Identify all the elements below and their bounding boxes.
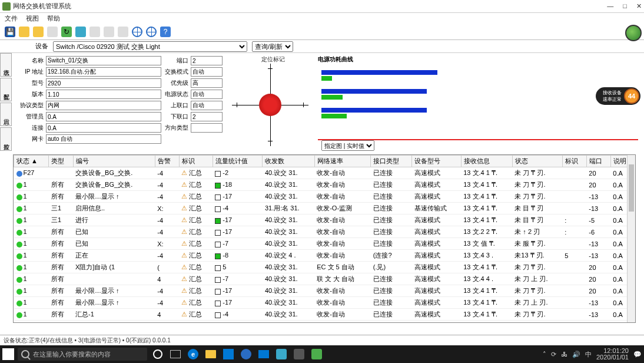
field-input[interactable] <box>191 123 223 133</box>
mail-icon[interactable] <box>257 347 271 361</box>
column-header[interactable]: 端口 <box>586 156 610 167</box>
copy-icon[interactable] <box>89 27 100 37</box>
table-row[interactable]: 1所有已知X:⚠ 汇总 -740.设交 31.收发-自动已连接高速模式13 文 … <box>14 238 635 250</box>
minimize-button[interactable]: — <box>607 2 613 10</box>
refresh-icon[interactable]: ↻ <box>61 27 72 37</box>
field-input[interactable] <box>191 90 223 99</box>
field-input[interactable] <box>46 78 161 88</box>
app1-icon[interactable] <box>239 347 253 361</box>
table-row[interactable]: 1所有最小限…显示 ↑-4⚠ 汇总 -1740.设交 31.收发-自动已连接高速… <box>14 191 635 203</box>
save-icon[interactable]: 💾 <box>5 27 15 37</box>
field-input[interactable] <box>191 56 223 65</box>
overlay-badge[interactable]: 接收设备速率正常 44 <box>596 87 640 105</box>
tray-network-icon[interactable]: 🖧 <box>561 351 567 358</box>
column-header[interactable]: 网络速率 <box>314 156 371 167</box>
column-header[interactable]: 设备型号 <box>412 156 461 167</box>
form-row: 交换模式 <box>161 67 232 77</box>
table-row[interactable]: 1所有已知-4⚠ 汇总 -1740.设交 31.收发-自动已连接高速模式13 文… <box>14 226 635 238</box>
globe-icon[interactable] <box>132 27 142 37</box>
field-input[interactable] <box>191 67 223 77</box>
folder2-icon[interactable] <box>33 27 44 37</box>
table-row[interactable]: 1所有最小限…显示 ↑-4⚠ 汇总 -1740.设交 31.收发-自动已连接高速… <box>14 297 635 309</box>
taskbar-clock[interactable]: 12:01:20 2020/01/01 <box>596 348 629 361</box>
system-tray[interactable]: ˄ ⟳ 🖧 🔊 中 12:01:20 2020/01/01 💬 <box>543 348 642 361</box>
start-button[interactable] <box>2 348 14 360</box>
cortana-icon[interactable] <box>151 347 165 361</box>
table-cell: 收发-自动 <box>314 214 371 226</box>
table-row[interactable]: 1三1启用信息..X:⚠ 汇总 -431.用:名 31.收发-O-监测已连接基速… <box>14 203 635 214</box>
field-input[interactable] <box>46 123 161 133</box>
app4-icon[interactable] <box>310 347 324 361</box>
app2-icon[interactable] <box>274 347 288 361</box>
sidetab-1[interactable]: 状态 <box>0 53 12 77</box>
tray-ime-icon[interactable]: 中 <box>585 350 592 359</box>
chart-mode-select[interactable]: 指定图 | 实时值 <box>321 140 374 151</box>
action-select[interactable]: 查询/刷新 <box>252 41 293 52</box>
column-header[interactable]: 标识 <box>179 156 213 167</box>
table-row[interactable]: 1所有4⚠ 汇总 -740.设交 31.联 文 大 自动已连接高速模式13 文.… <box>14 273 635 285</box>
menu-view[interactable]: 视图 <box>26 14 39 23</box>
table-row[interactable]: F27交换设备_BG_交换.-4⚠ 汇总 -240.设交 31.收发-自动已连接… <box>14 167 635 179</box>
column-header[interactable]: 接口类型 <box>371 156 412 167</box>
table-row[interactable]: 1所有最小限…显示 ↑-4⚠ 汇总 -1740.设交 31.收发-自动已连接高速… <box>14 285 635 297</box>
sidetab-2[interactable]: 配置 <box>0 78 12 101</box>
table-row[interactable]: 1三1进行-4⚠ 汇总 -1740.设交 31.收发-自动已连接高速模式13 文… <box>14 214 635 226</box>
table-cell: F27 <box>14 167 49 179</box>
vertical-scrollbar[interactable] <box>627 155 635 322</box>
column-header[interactable]: 状态 ▲ <box>14 156 49 167</box>
tool1-icon[interactable] <box>47 27 58 37</box>
data-grid-wrap[interactable]: 状态 ▲类型编号告警标识流量统计值收发数网络速率接口类型设备型号接收信息状态标识… <box>13 154 636 323</box>
column-header[interactable]: 编号 <box>73 156 155 167</box>
column-header[interactable]: 收发数 <box>263 156 314 167</box>
menu-file[interactable]: 文件 <box>5 14 18 23</box>
field-input[interactable] <box>191 112 223 121</box>
app3-icon[interactable] <box>292 347 306 361</box>
column-header[interactable]: 类型 <box>49 156 73 167</box>
device-icon[interactable] <box>118 27 128 37</box>
column-header[interactable]: 状态 <box>512 156 562 167</box>
column-header[interactable]: 告警 <box>155 156 179 167</box>
field-input[interactable] <box>46 112 161 121</box>
table-cell: 40.设交 31. <box>263 191 314 203</box>
device-select[interactable]: Switch /Cisco 02920 测试 交换 Light <box>53 41 247 52</box>
field-input[interactable] <box>46 67 161 77</box>
taskbar-search[interactable]: 在这里输入你要搜索的内容 <box>18 348 147 361</box>
maximize-button[interactable]: □ <box>623 2 627 10</box>
table-cell: 高速模式 <box>412 226 461 238</box>
export-icon[interactable] <box>75 27 86 37</box>
menu-help[interactable]: 帮助 <box>47 14 60 23</box>
globe2-icon[interactable] <box>146 27 157 37</box>
table-row[interactable]: 1所有正在-4⚠ 汇总 -840.设交 4 .收发-自动(连接?高速模式13 文… <box>14 250 635 262</box>
tray-sync-icon[interactable]: ⟳ <box>551 351 556 358</box>
sidetab-3[interactable]: 日志 <box>0 103 12 126</box>
table-row[interactable]: 1三1最小限…显示 ↑X:⚠ 汇总 -440.设交 31.收发-自动已连接高速模… <box>14 321 635 324</box>
table-row[interactable]: 1所有汇总-14⚠ 汇总 -440.设交 31.收发-自动已连接高速模式13 文… <box>14 309 635 321</box>
form-row: 管理员 <box>14 111 161 122</box>
column-header[interactable]: 接收信息 <box>461 156 512 167</box>
field-label: 上联口 <box>161 101 191 110</box>
crosshair-block: 定位标记 <box>232 55 314 151</box>
explorer-icon[interactable] <box>204 347 218 361</box>
field-input[interactable] <box>46 56 161 65</box>
field-input[interactable] <box>191 78 223 88</box>
column-header[interactable]: 流量统计值 <box>213 156 263 167</box>
field-input[interactable] <box>46 90 161 99</box>
table-cell: 所有 <box>49 191 73 203</box>
notifications-icon[interactable]: 💬 <box>633 351 642 358</box>
field-input[interactable] <box>191 101 223 110</box>
tray-volume-icon[interactable]: 🔊 <box>572 351 580 358</box>
help-icon[interactable]: ? <box>160 27 171 37</box>
table-row[interactable]: 1所有交换设备_BG_交换.-4⚠ 汇总 -1840.设交 31.收发-自动已连… <box>14 179 635 191</box>
tray-chevron-icon[interactable]: ˄ <box>543 351 546 358</box>
edge-icon[interactable]: e <box>186 347 200 361</box>
paste-icon[interactable] <box>104 27 114 37</box>
column-header[interactable]: 标识 <box>562 156 586 167</box>
field-input[interactable] <box>46 101 161 110</box>
taskview-icon[interactable] <box>168 347 182 361</box>
field-input[interactable] <box>46 134 161 144</box>
folder-icon[interactable] <box>19 27 29 37</box>
table-row[interactable]: 1所有X阻力]自动 (1(⚠ 汇总 540.设交 31.EC 文 5 自动(.见… <box>14 262 635 273</box>
close-button[interactable]: ✕ <box>636 2 642 10</box>
store-icon[interactable] <box>221 347 235 361</box>
sidetab-4[interactable]: 监控 <box>0 127 12 151</box>
